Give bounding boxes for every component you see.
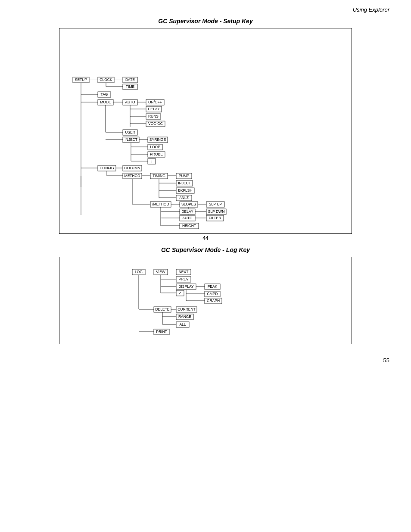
svg-text:HEIGHT: HEIGHT: [182, 224, 196, 228]
svg-text:ON/OFF: ON/OFF: [148, 100, 162, 104]
svg-text:PRINT: PRINT: [156, 330, 167, 334]
svg-text:VOC-GC: VOC-GC: [148, 121, 163, 126]
svg-text:VIEW: VIEW: [156, 270, 165, 274]
svg-text:ANLZ: ANLZ: [179, 196, 189, 200]
svg-text:RUNS: RUNS: [148, 114, 159, 118]
svg-text:FILTER: FILTER: [209, 216, 221, 220]
svg-text:NEXT: NEXT: [179, 270, 189, 274]
section1-heading: GC Supervisor Mode - Setup Key: [0, 18, 411, 25]
svg-text:DATE: DATE: [125, 78, 135, 82]
svg-text:GRAPH: GRAPH: [207, 299, 220, 303]
svg-text:CURRENT: CURRENT: [177, 307, 196, 311]
svg-text:CONFIG: CONFIG: [100, 166, 114, 170]
svg-text:/METHOD: /METHOD: [152, 202, 169, 206]
svg-text:TIME: TIME: [126, 84, 135, 89]
svg-text:SLOPES: SLOPES: [181, 202, 196, 206]
svg-text:↓: ↓: [151, 159, 153, 163]
svg-text:AUTO: AUTO: [182, 216, 193, 220]
svg-text:PROBE: PROBE: [150, 152, 163, 156]
svg-text:METHOD: METHOD: [125, 174, 140, 178]
setup-svg: .nb { fill:white; stroke:black; stroke-w…: [64, 32, 347, 230]
setup-diagram: .nb { fill:white; stroke:black; stroke-w…: [59, 28, 352, 234]
svg-text:SLP DWN: SLP DWN: [208, 209, 225, 214]
svg-text:USER: USER: [125, 130, 135, 134]
page-number-top: 44: [0, 235, 411, 241]
svg-text:DISPLAY: DISPLAY: [178, 284, 194, 289]
svg-text:ALL: ALL: [179, 322, 186, 327]
svg-text:PREV: PREV: [178, 277, 188, 281]
page-wrapper: Using Explorer GC Supervisor Mode - Setu…: [0, 0, 411, 532]
svg-text:TIMING: TIMING: [153, 174, 165, 178]
svg-text:LOOP: LOOP: [150, 145, 160, 149]
svg-text:DELAY: DELAY: [181, 209, 193, 214]
page-header-right: Using Explorer: [0, 0, 411, 15]
svg-text:AUTO: AUTO: [125, 100, 135, 104]
log-svg: .nb2 { fill:white; stroke:black; stroke-…: [128, 261, 283, 340]
svg-text:RANGE: RANGE: [178, 314, 192, 319]
svg-text:DELETE: DELETE: [155, 307, 169, 311]
svg-text:DELAY: DELAY: [148, 107, 160, 111]
svg-text:INJECT: INJECT: [125, 137, 137, 142]
svg-text:BKFLSH: BKFLSH: [178, 188, 192, 193]
svg-text:COLUMN: COLUMN: [125, 166, 140, 170]
section2-heading: GC Supervisor Mode - Log Key: [0, 246, 411, 253]
svg-text:PUMP: PUMP: [179, 174, 190, 178]
svg-text:CLOCK: CLOCK: [100, 78, 112, 82]
svg-text:TAG: TAG: [101, 92, 108, 96]
svg-text:MODE: MODE: [100, 100, 111, 104]
svg-text:INJECT: INJECT: [178, 181, 191, 185]
svg-text:CMPD: CMPD: [207, 292, 218, 296]
page-number-bottom: 55: [0, 357, 411, 364]
svg-text:PEAK: PEAK: [208, 284, 218, 289]
svg-text:SYRINGE: SYRINGE: [149, 137, 166, 142]
svg-text:SLP UP: SLP UP: [209, 202, 222, 206]
log-diagram: .nb2 { fill:white; stroke:black; stroke-…: [59, 257, 352, 344]
svg-text:SETUP: SETUP: [75, 78, 87, 82]
svg-text:LOG: LOG: [135, 270, 143, 274]
svg-text:↙: ↙: [178, 291, 182, 295]
